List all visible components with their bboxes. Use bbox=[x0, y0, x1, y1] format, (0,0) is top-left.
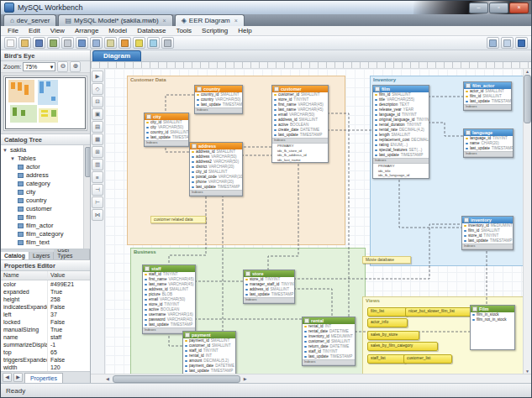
table-figure-store[interactable]: storestore_idTINYINTmanager_staff_idTINY… bbox=[243, 270, 295, 304]
menu-item-database[interactable]: Database bbox=[132, 27, 171, 34]
vertical-scroll-thumb[interactable] bbox=[524, 75, 531, 123]
column-row[interactable]: last_updateTIMESTAMP bbox=[272, 133, 328, 138]
column-row[interactable]: last_updateTIMESTAMP bbox=[373, 153, 429, 158]
tree-item-film_category[interactable]: film_category bbox=[3, 230, 90, 238]
hand-tool-icon[interactable]: ◇ bbox=[92, 83, 103, 95]
column-row[interactable]: last_updateTIMESTAMP bbox=[145, 135, 188, 140]
relationship-1-n-tool-icon[interactable]: ⊢ bbox=[92, 196, 103, 208]
vertical-scrollbar[interactable]: ▲ ▼ bbox=[523, 69, 531, 374]
tree-item-film[interactable]: film bbox=[3, 213, 90, 222]
table-figure-film[interactable]: filmfilm_idSMALLINTtitleVARCHAR(255)desc… bbox=[372, 85, 429, 179]
tab-scroll-left-icon[interactable]: ◀ bbox=[3, 373, 12, 382]
property-row[interactable]: namestaff bbox=[1, 333, 90, 341]
tab-eer-diagram[interactable]: ◈EER Diagram× bbox=[175, 14, 245, 26]
tree-item-inventory[interactable]: inventory bbox=[3, 247, 90, 249]
print-icon[interactable] bbox=[61, 37, 74, 49]
table-tool-icon[interactable]: ⊞ bbox=[92, 146, 103, 158]
layer-tool-icon[interactable]: ▣ bbox=[92, 108, 103, 120]
close-tab-icon[interactable]: × bbox=[163, 18, 166, 24]
property-row[interactable]: lockedFalse bbox=[1, 318, 90, 326]
tree-item-film_text[interactable]: film_text bbox=[3, 238, 90, 247]
indexes-section-bar[interactable]: Indexes bbox=[244, 297, 294, 303]
view-actor_info[interactable]: actor_info bbox=[367, 318, 408, 327]
new-table-icon[interactable] bbox=[119, 37, 131, 49]
open-folder-icon[interactable] bbox=[18, 37, 31, 49]
property-value[interactable]: #499E21 bbox=[48, 280, 90, 288]
menu-item-view[interactable]: View bbox=[45, 27, 70, 34]
scroll-up-icon[interactable]: ▲ bbox=[524, 69, 531, 74]
property-value[interactable]: 258 bbox=[48, 296, 90, 303]
tree-scrollbar[interactable] bbox=[83, 145, 90, 249]
indexes-section-bar[interactable]: Indexes bbox=[464, 104, 511, 110]
table-header[interactable]: inventory bbox=[462, 217, 513, 223]
indexes-section-bar[interactable]: Indexes bbox=[272, 138, 328, 144]
indexes-section-bar[interactable]: Indexes bbox=[303, 359, 355, 365]
zoom-out-icon[interactable]: ⊖ bbox=[57, 61, 68, 72]
property-row[interactable]: color#499E21 bbox=[1, 280, 90, 288]
property-value[interactable]: -1 bbox=[48, 341, 90, 348]
relationship-1-1-tool-icon[interactable]: ⊣ bbox=[92, 184, 103, 196]
column-row[interactable]: last_updateTIMESTAMP bbox=[462, 238, 513, 244]
indexes-section-bar[interactable]: Indexes bbox=[195, 107, 242, 113]
column-row[interactable]: last_updateTIMESTAMP bbox=[464, 99, 511, 104]
expand-arrow-icon[interactable]: ▼ bbox=[3, 146, 8, 154]
note[interactable]: customer related data bbox=[150, 216, 206, 223]
toggle-bottom-panel-icon[interactable] bbox=[501, 37, 514, 49]
menu-item-model[interactable]: Model bbox=[103, 27, 132, 34]
tree-item-city[interactable]: city bbox=[3, 188, 90, 196]
search-icon[interactable] bbox=[104, 37, 117, 49]
table-header[interactable]: language bbox=[464, 129, 513, 136]
toggle-right-panel-icon[interactable] bbox=[515, 37, 528, 49]
horizontal-scrollbar[interactable]: ◀ ▶ bbox=[91, 374, 531, 383]
property-row[interactable]: left37 bbox=[1, 311, 90, 318]
table-header[interactable]: city bbox=[145, 113, 188, 120]
new-document-icon[interactable] bbox=[4, 37, 17, 49]
pointer-tool-icon[interactable]: ▶ bbox=[92, 71, 103, 82]
view-staff_list[interactable]: staff_list bbox=[367, 354, 406, 364]
property-value[interactable]: staff bbox=[48, 333, 90, 341]
property-value[interactable]: 65 bbox=[48, 348, 90, 356]
new-view-icon[interactable] bbox=[133, 37, 145, 49]
table-header[interactable]: payment bbox=[183, 332, 235, 338]
close-tab-icon[interactable]: × bbox=[234, 18, 238, 24]
routine-group-film[interactable]: Filmfilm_in_stockfilm_not_in_stock bbox=[470, 305, 515, 350]
bottom-tab-properties[interactable]: Properties bbox=[24, 373, 63, 383]
indexes-section-bar[interactable]: Indexes bbox=[464, 151, 513, 157]
column-row[interactable]: last_updateTIMESTAMP bbox=[195, 102, 242, 107]
column-row[interactable]: last_updateTIMESTAMP bbox=[143, 322, 195, 327]
property-row[interactable]: height258 bbox=[1, 296, 90, 303]
tab-mysql-model-sakila-mwb-[interactable]: ▤MySQL Model* (sakila.mwb)× bbox=[58, 14, 172, 26]
scroll-right-icon[interactable]: ▶ bbox=[242, 376, 249, 381]
index-row[interactable]: idx_last_name bbox=[272, 158, 328, 163]
menu-item-scripting[interactable]: Scripting bbox=[197, 27, 233, 34]
tree-item-category[interactable]: category bbox=[3, 180, 90, 188]
property-row[interactable]: width120 bbox=[1, 364, 90, 371]
column-row[interactable]: last_updateTIMESTAMP bbox=[244, 292, 294, 297]
sidebar-tab-layers[interactable]: Layers bbox=[29, 252, 54, 259]
property-value[interactable]: True bbox=[48, 326, 90, 333]
close-button[interactable]: × bbox=[509, 3, 529, 13]
table-figure-rental[interactable]: rentalrental_idINTrental_dateDATETIMEinv… bbox=[302, 317, 356, 366]
property-row[interactable]: summarizeDisplay-1 bbox=[1, 341, 90, 348]
undo-icon[interactable] bbox=[76, 37, 88, 49]
table-header[interactable]: customer bbox=[272, 86, 328, 92]
property-row[interactable]: triggersExpandedFalse bbox=[1, 356, 90, 364]
view-film_list[interactable]: film_list bbox=[367, 307, 408, 317]
view-tool-icon[interactable]: ▥ bbox=[92, 159, 103, 170]
table-figure-staff[interactable]: staffstaff_idTINYINTfirst_nameVARCHAR(45… bbox=[142, 264, 196, 334]
menu-item-help[interactable]: Help bbox=[233, 27, 256, 34]
view-sales_by_film_category[interactable]: sales_by_film_category bbox=[367, 342, 438, 351]
table-figure-country[interactable]: countrycountry_idSMALLINTcountryVARCHAR(… bbox=[194, 85, 243, 114]
routine-group-header[interactable]: Film bbox=[471, 306, 514, 312]
table-header[interactable]: film_actor bbox=[464, 82, 511, 89]
property-value[interactable]: False bbox=[48, 303, 90, 311]
tree-item-country[interactable]: country bbox=[3, 196, 90, 205]
table-header[interactable]: rental bbox=[303, 317, 355, 324]
table-figure-city[interactable]: citycity_idSMALLINTcityVARCHAR(50)countr… bbox=[144, 113, 189, 147]
property-value[interactable]: False bbox=[48, 318, 90, 326]
column-row[interactable]: last_updateTIMESTAMP bbox=[303, 354, 355, 359]
column-row[interactable]: last_updateTIMESTAMP bbox=[190, 185, 242, 190]
note-tool-icon[interactable]: ▤ bbox=[92, 121, 103, 133]
menu-item-file[interactable]: File bbox=[3, 27, 24, 34]
property-value[interactable]: True bbox=[48, 288, 90, 296]
